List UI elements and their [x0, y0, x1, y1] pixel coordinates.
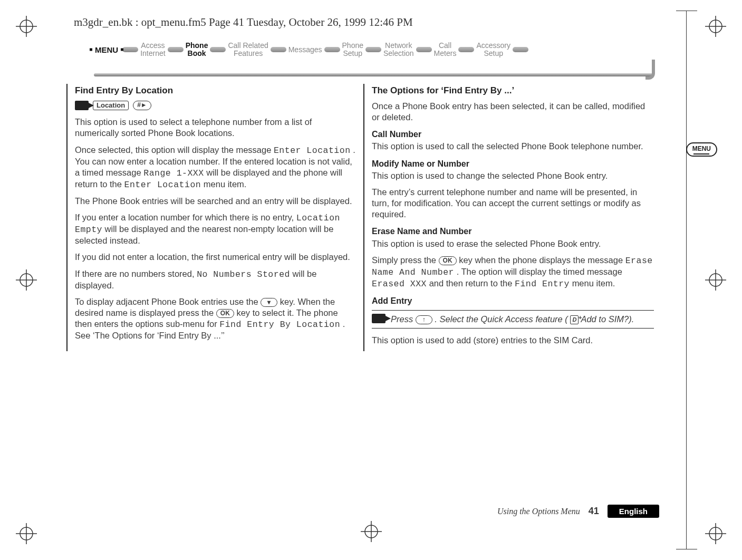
page: m3gdr_en.bk : opt_menu.fm5 Page 41 Tuesd… [53, 0, 675, 527]
crop-mark [676, 11, 697, 11]
text-run: menu item. [204, 179, 247, 189]
ribbon-item-network-selection: Network Selection [383, 42, 414, 58]
shortcut-arrow-icon [372, 314, 386, 323]
registration-mark [16, 523, 37, 544]
body-text: If there are no numbers stored, No Numbe… [75, 268, 357, 291]
registration-mark [16, 269, 37, 291]
right-column: The Options for ‘Find Entry By ...’ Once… [363, 84, 654, 351]
footer-page-number: 41 [589, 506, 599, 517]
ribbon-connector [324, 47, 340, 52]
svg-point-9 [709, 527, 722, 540]
text-run: Press [391, 314, 416, 324]
body-text: To display adjacent Phone Book entries u… [75, 296, 357, 341]
body-text: Once a Phone Book entry has been selecte… [372, 101, 654, 123]
svg-point-15 [709, 274, 722, 286]
aside-menu-bar-icon [693, 153, 709, 155]
ribbon-item-line1: Accessory [476, 42, 510, 50]
text-run: If there are no numbers stored, [75, 269, 197, 278]
subheading-add-entry: Add Entry [372, 296, 654, 306]
ok-key-icon: OK [439, 256, 457, 265]
body-text: Once selected, this option will display … [75, 144, 357, 190]
svg-point-6 [20, 527, 33, 540]
ok-key-icon: OK [216, 309, 234, 318]
footer-language-pill: English [608, 505, 659, 518]
body-text: This option is used to change the select… [372, 170, 654, 181]
ribbon-item-line1: Access [140, 42, 165, 50]
lcd-text: Find Entry [515, 279, 570, 289]
ribbon-item-line1: Messages [288, 46, 322, 54]
ribbon-underline [94, 73, 654, 76]
lcd-text: Find Entry By Location [219, 320, 340, 330]
ribbon-connector [513, 47, 528, 52]
body-text: This option is used to add (store) entri… [372, 335, 654, 346]
ribbon-item-line1: Network [383, 42, 414, 50]
footer-section-name: Using the Options Menu [497, 507, 580, 516]
lcd-text: Range 1-XXX [143, 168, 204, 178]
ribbon-item-line1: Call Related [228, 42, 268, 50]
shortcut-row: Location #► [75, 101, 357, 111]
up-key-icon: ↑ [416, 315, 432, 324]
ribbon-item-line2: Book [186, 50, 208, 57]
ribbon-item-line2: Features [228, 50, 268, 57]
text-run: and then return to the [429, 278, 515, 288]
registration-mark [16, 16, 37, 37]
body-text: If you enter a location number for which… [75, 212, 357, 246]
text-run: key when the phone displays the message [459, 255, 625, 265]
subheading-modify: Modify Name or Number [372, 159, 654, 169]
menu-ribbon: MENU Access Internet Phone Book Call Rel… [74, 42, 654, 72]
text-run: Simply press the [372, 255, 439, 265]
lcd-text: No Numbers Stored [197, 269, 290, 279]
ribbon-item-line2: Meters [434, 50, 457, 57]
ribbon-item-messages: Messages [288, 46, 322, 54]
ribbon-connector [122, 47, 138, 52]
text-run: Add to SIM?). [581, 314, 634, 324]
ribbon-item-call-related: Call Related Features [228, 42, 268, 58]
aside-menu-tab: MENU [686, 142, 717, 157]
ribbon-item-access-internet: Access Internet [140, 42, 165, 58]
ribbon-item-line1: Phone [186, 42, 208, 50]
ribbon-item-accessory-setup: Accessory Setup [476, 42, 510, 58]
ribbon-item-line1: Phone [342, 42, 363, 50]
ribbon-connector [271, 47, 286, 52]
ribbon-connector [416, 47, 432, 52]
subheading-erase: Erase Name and Number [372, 226, 654, 237]
svg-point-12 [20, 274, 33, 286]
lcd-text: Enter Location [124, 180, 201, 190]
text-run: . Select the Quick Access feature ( [435, 314, 568, 324]
section-title-find-by-location: Find Entry By Location [68, 85, 357, 96]
svg-point-0 [20, 20, 33, 33]
shortcut-location-box: Location [93, 101, 129, 111]
ribbon-connector [365, 47, 381, 52]
down-key-icon: ▾ [261, 298, 277, 307]
ribbon-connector [210, 47, 226, 52]
ribbon-connector [458, 47, 474, 52]
ribbon-item-line1: Call [434, 42, 457, 50]
ribbon-item-line2: Internet [140, 50, 165, 57]
registration-mark [705, 16, 726, 37]
menu-label: MENU [95, 45, 118, 54]
text-run: To display adjacent Phone Book entries u… [75, 297, 261, 306]
quick-access-icon: D [570, 315, 579, 324]
ribbon-item-phone-book: Phone Book [186, 42, 208, 58]
svg-point-3 [709, 20, 722, 33]
crop-mark [686, 11, 687, 549]
section-title-options: The Options for ‘Find Entry By ...’ [364, 85, 654, 96]
page-footer: Using the Options Menu 41 English [497, 505, 659, 518]
body-text: Simply press the OK key when the phone d… [372, 255, 654, 289]
text-run: menu item. [572, 278, 615, 288]
text-run: Once selected, this option will display … [75, 145, 274, 155]
ribbon-item-call-meters: Call Meters [434, 42, 457, 58]
text-run: . The option will display the timed mess… [457, 267, 622, 276]
body-text: The Phone Book entries will be searched … [75, 196, 357, 207]
aside-menu-label: MENU [692, 145, 711, 152]
hash-key-icon: #► [133, 101, 151, 110]
lcd-text: Enter Location [274, 146, 351, 156]
left-column: Find Entry By Location Location #► This … [66, 84, 357, 351]
ribbon-connector [168, 47, 184, 52]
running-header: m3gdr_en.bk : opt_menu.fm5 Page 41 Tuesd… [74, 16, 664, 29]
ribbon-item-line2: Setup [476, 50, 510, 57]
body-text: If you did not enter a location, the fir… [75, 252, 357, 263]
registration-mark [705, 269, 726, 291]
registration-mark [705, 523, 726, 544]
body-text: The entry’s current telephone number and… [372, 187, 654, 220]
